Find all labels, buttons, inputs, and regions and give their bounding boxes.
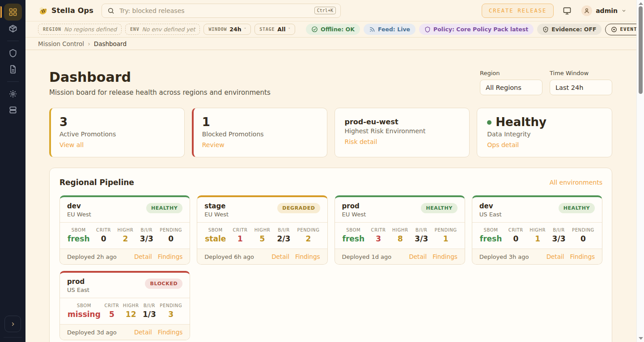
stat-label: B/I/R (552, 228, 566, 232)
stat-cell: PENDING3 (160, 303, 182, 319)
page-subtitle: Mission board for release health across … (49, 89, 271, 97)
pipeline-grid: devEU WestHEALTHYSBOMfreshCRITR0HIGHR2B/… (59, 195, 602, 340)
pipeline-card-links: DetailFindings (134, 253, 182, 260)
stat-cell: CRITR0 (508, 228, 523, 243)
detail-link[interactable]: Detail (271, 253, 289, 260)
risk-detail-link[interactable]: Risk detail (345, 138, 377, 145)
stat-label: CRITR (104, 303, 119, 308)
stage-selector[interactable]: STAGE All ˅ (254, 24, 295, 35)
findings-link[interactable]: Findings (158, 329, 183, 336)
all-environments-link[interactable]: All environments (550, 179, 602, 186)
stat-cell: PENDING2 (297, 228, 320, 243)
stat-label: HIGHR (254, 228, 271, 232)
stat-cell: HIGHR8 (392, 228, 408, 243)
environment-name: dev (67, 202, 91, 210)
user-menu[interactable]: admin (581, 5, 627, 16)
window-selector[interactable]: WINDOW 24h ˅ (203, 24, 251, 35)
stat-cell: PENDING0 (160, 228, 182, 243)
search-icon (107, 7, 114, 14)
stat-value: 0 (572, 234, 594, 243)
findings-link[interactable]: Findings (432, 253, 458, 260)
stat-cell: SBOMfresh (480, 228, 502, 243)
stat-cell: HIGHR2 (118, 228, 134, 243)
sidebar-item-releases[interactable] (4, 21, 22, 37)
search-input[interactable] (119, 7, 314, 15)
stat-label: SBOM (68, 303, 101, 308)
title-block: Dashboard Mission board for release heal… (49, 70, 271, 97)
status-badge: HEALTHY (146, 203, 182, 213)
vertical-scrollbar[interactable] (636, 0, 644, 342)
regional-pipeline-panel: Regional Pipeline All environments devEU… (49, 168, 612, 342)
sidebar-item-settings[interactable] (4, 86, 22, 102)
region-filter-select[interactable]: All Regions (480, 80, 542, 95)
sidebar-item-infrastructure[interactable] (4, 102, 22, 118)
stat-label: HIGHR (530, 228, 546, 232)
stat-value: 2/3 (277, 234, 291, 243)
evidence-status-pill[interactable]: Evidence: OFF (537, 24, 602, 35)
pipeline-card-title-block: devEU West (67, 202, 91, 218)
scroll-up-arrow[interactable] (639, 2, 643, 5)
environment-region: EU West (342, 211, 366, 218)
stat-cell: HIGHR5 (254, 228, 271, 243)
stat-label: B/I/R (277, 228, 291, 232)
scrollbar-thumb[interactable] (639, 6, 643, 94)
stat-cell: CRITR1 (233, 228, 248, 243)
highest-risk-label: Highest Risk Environment (345, 127, 461, 135)
feed-status-pill[interactable]: Feed: Live (364, 24, 415, 35)
view-all-link[interactable]: View all (59, 141, 84, 148)
app-name: Stella Ops (51, 6, 93, 15)
breadcrumb-mission-control[interactable]: Mission Control (38, 40, 84, 47)
region-context-pill[interactable]: REGION No regions defined (38, 24, 122, 35)
environment-name: dev (479, 202, 502, 210)
sidebar-expand-button[interactable] (4, 316, 21, 332)
stat-value: stale (205, 234, 226, 243)
top-bar: Stella Ops Ctrl+K CREATE RELEASE admin (25, 0, 636, 21)
findings-link[interactable]: Findings (295, 253, 320, 260)
env-context-pill[interactable]: ENV No env defined yet (125, 24, 200, 35)
stat-value: 0 (160, 234, 182, 243)
stat-label: CRITR (96, 228, 111, 232)
stat-cell: CRITR5 (104, 303, 119, 319)
findings-link[interactable]: Findings (158, 253, 183, 260)
stat-label: B/I/R (140, 228, 153, 232)
offline-status-pill[interactable]: Offline: OK (306, 24, 360, 35)
global-search[interactable]: Ctrl+K (102, 4, 341, 18)
detail-link[interactable]: Detail (547, 253, 564, 260)
pipeline-card: prodEU WestHEALTHYSBOMfreshCRITR3HIGHR8B… (335, 195, 465, 265)
detail-link[interactable]: Detail (409, 253, 427, 260)
environment-name: stage (204, 202, 229, 210)
sidebar-divider (7, 81, 19, 82)
pipeline-card-links: DetailFindings (409, 253, 457, 260)
create-release-button[interactable]: CREATE RELEASE (482, 4, 554, 18)
pipeline-card: devUS EastHEALTHYSBOMfreshCRITR0HIGHR1B/… (472, 195, 602, 265)
sidebar-divider (4, 337, 22, 338)
stat-value: 1 (435, 234, 457, 243)
time-window-filter-select[interactable]: Last 24h (550, 80, 612, 95)
stat-cell: PENDING1 (435, 228, 457, 243)
review-link[interactable]: Review (202, 141, 225, 148)
scroll-down-arrow[interactable] (639, 337, 643, 340)
detail-link[interactable]: Detail (134, 253, 152, 260)
stat-cell: B/I/R3/3 (552, 228, 566, 243)
grid-icon (8, 8, 17, 17)
file-icon (8, 65, 17, 74)
sidebar-item-documents[interactable] (4, 61, 22, 77)
pipeline-card-links: DetailFindings (547, 253, 595, 260)
stage-label: STAGE (259, 27, 275, 32)
sidebar-item-dashboard[interactable] (4, 4, 22, 21)
stage-value: All (277, 26, 285, 33)
environment-name: prod (67, 278, 89, 286)
detail-link[interactable]: Detail (134, 329, 152, 336)
status-badge: HEALTHY (421, 203, 457, 213)
breadcrumb: Mission Control › Dashboard (25, 38, 636, 50)
sidebar-item-security[interactable] (4, 45, 22, 61)
policy-status-pill[interactable]: Policy: Core Policy Pack latest (419, 24, 534, 35)
display-mode-button[interactable] (563, 6, 572, 15)
shield-icon (424, 26, 431, 33)
title-row: Dashboard Mission board for release heal… (49, 70, 612, 97)
context-bar: REGION No regions defined ENV No env def… (25, 21, 636, 38)
data-integrity-label: Data Integrity (487, 131, 603, 138)
ops-detail-link[interactable]: Ops detail (487, 141, 519, 148)
stat-label: HIGHR (118, 228, 134, 232)
findings-link[interactable]: Findings (570, 253, 595, 260)
